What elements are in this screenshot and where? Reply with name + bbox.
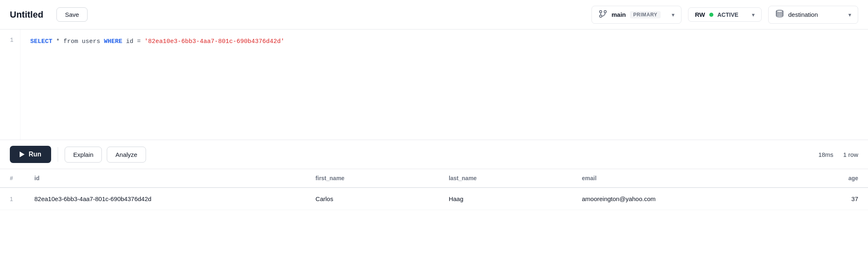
- action-divider: [58, 147, 58, 162]
- branch-name: main: [612, 11, 626, 18]
- branch-selector[interactable]: main PRIMARY ▾: [591, 6, 681, 24]
- code-editor[interactable]: 1 SELECT * from users WHERE id = '82ea10…: [0, 29, 868, 140]
- cell-row-first-name: Carlos: [306, 188, 439, 210]
- query-stats: 18ms 1 row: [819, 151, 858, 158]
- string-value: '82ea10e3-6bb3-4aa7-801c-690b4376d42d': [141, 38, 284, 45]
- query-time: 18ms: [819, 151, 834, 158]
- query-row-count: 1 row: [843, 151, 858, 158]
- operator-eq: =: [137, 38, 141, 45]
- keyword-where: WHERE: [104, 38, 122, 45]
- col-header-id: id: [25, 169, 306, 188]
- table-name: users: [78, 38, 104, 45]
- col-header-hash: #: [0, 169, 25, 188]
- database-chevron-icon: ▾: [848, 11, 851, 18]
- line-number-1: 1: [7, 37, 13, 43]
- col-header-email: email: [572, 169, 794, 188]
- keyword-select: SELECT: [30, 38, 52, 45]
- branch-icon: [598, 9, 607, 20]
- col-header-last-name: last_name: [439, 169, 572, 188]
- database-selector[interactable]: destination ▾: [768, 6, 858, 24]
- branch-badge: PRIMARY: [630, 11, 661, 18]
- code-line-1[interactable]: SELECT * from users WHERE id = '82ea10e3…: [20, 29, 868, 140]
- table-body: 1 82ea10e3-6bb3-4aa7-801c-690b4376d42d C…: [0, 188, 868, 210]
- table-row: 1 82ea10e3-6bb3-4aa7-801c-690b4376d42d C…: [0, 188, 868, 210]
- cell-row-hash: 1: [0, 188, 25, 210]
- results-table: # id first_name last_name email age 1 82…: [0, 169, 868, 210]
- table-header: # id first_name last_name email age: [0, 169, 868, 188]
- svg-point-3: [776, 10, 783, 12]
- database-name-label: destination: [788, 11, 818, 18]
- toolbar: Untitled Save main PRIMARY ▾ RW ACTIVE ▾: [0, 0, 868, 29]
- action-bar: Run Explain Analyze 18ms 1 row: [0, 140, 868, 169]
- col-header-age: age: [794, 169, 868, 188]
- keyword-from: from: [63, 38, 78, 45]
- connection-chevron-icon: ▾: [752, 11, 755, 18]
- connection-mode-label: RW: [695, 11, 705, 18]
- analyze-button[interactable]: Analyze: [107, 147, 146, 163]
- play-icon: [20, 152, 25, 157]
- run-button[interactable]: Run: [10, 146, 51, 163]
- connection-selector[interactable]: RW ACTIVE ▾: [688, 7, 762, 22]
- database-icon: [775, 9, 784, 20]
- explain-button[interactable]: Explain: [65, 147, 102, 163]
- page-title: Untitled: [10, 9, 43, 20]
- cell-row-age: 37: [794, 188, 868, 210]
- cell-row-id: 82ea10e3-6bb3-4aa7-801c-690b4376d42d: [25, 188, 306, 210]
- star-operator: *: [52, 38, 63, 45]
- column-id: id: [122, 38, 137, 45]
- branch-chevron-icon: ▾: [672, 11, 675, 18]
- active-status-dot: [709, 13, 713, 17]
- save-button[interactable]: Save: [56, 7, 88, 22]
- col-header-first-name: first_name: [306, 169, 439, 188]
- cell-row-email: amooreington@yahoo.com: [572, 188, 794, 210]
- table-header-row: # id first_name last_name email age: [0, 169, 868, 188]
- results-table-wrapper: # id first_name last_name email age 1 82…: [0, 169, 868, 210]
- cell-row-last-name: Haag: [439, 188, 572, 210]
- line-numbers: 1: [0, 29, 20, 140]
- connection-status-label: ACTIVE: [717, 11, 738, 18]
- run-button-label: Run: [29, 151, 41, 158]
